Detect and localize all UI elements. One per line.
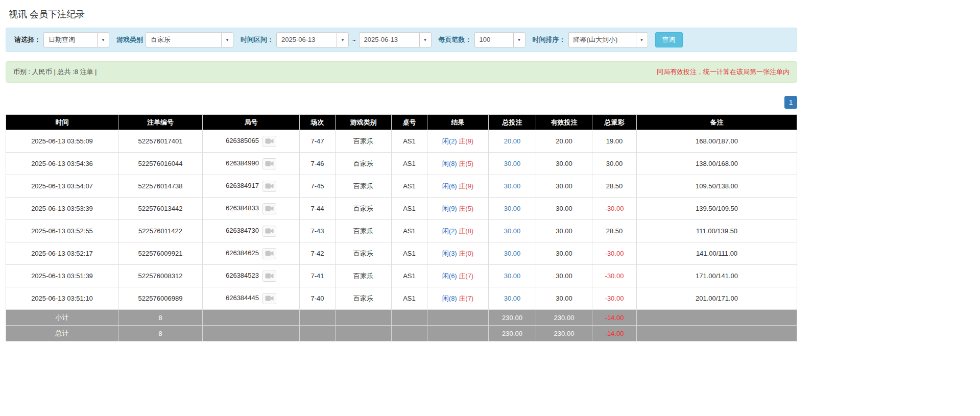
page-size-input[interactable] bbox=[474, 32, 513, 47]
subtotal-count: 8 bbox=[118, 310, 203, 326]
cell-time: 2025-06-13 03:52:17 bbox=[6, 242, 118, 265]
total-total-bet: 230.00 bbox=[489, 326, 536, 341]
game-type-value[interactable]: 百家乐 bbox=[146, 32, 221, 47]
subtotal-payout: -14.00 bbox=[592, 310, 637, 326]
cell-bet-id: 522576016044 bbox=[118, 153, 203, 175]
result-player: 闲(2) bbox=[442, 227, 457, 235]
date-to-input[interactable] bbox=[359, 32, 419, 47]
date-to-caret-button[interactable]: ▾ bbox=[419, 32, 432, 47]
cell-round-id: 626384917 bbox=[203, 175, 300, 198]
caret-down-icon: ▾ bbox=[640, 37, 643, 42]
time-sort-value[interactable]: 降幂(由大到小) bbox=[568, 32, 636, 47]
notice-text: 同局有效投注，统一计算在该局第一张注单内 bbox=[657, 67, 790, 77]
cell-session: 7-43 bbox=[300, 220, 336, 242]
cell-payout: 19.00 bbox=[592, 130, 637, 153]
subtotal-empty-cell bbox=[300, 310, 336, 326]
round-replay-button[interactable] bbox=[262, 293, 276, 304]
table-row: 2025-06-13 03:51:39522576008312626384523… bbox=[6, 265, 797, 287]
time-sort-caret-button[interactable]: ▾ bbox=[636, 32, 648, 47]
cell-table-no: AS1 bbox=[392, 265, 427, 287]
result-banker: 庄(5) bbox=[459, 160, 473, 167]
video-replay-icon bbox=[265, 228, 274, 234]
cell-note: 111.00/139.50 bbox=[637, 220, 797, 242]
cell-valid-bet: 30.00 bbox=[536, 287, 592, 310]
result-player: 闲(3) bbox=[442, 250, 457, 257]
cell-payout: -30.00 bbox=[592, 242, 637, 265]
cell-session: 7-46 bbox=[300, 153, 336, 175]
cell-game-type: 百家乐 bbox=[336, 175, 392, 198]
result-banker: 庄(5) bbox=[459, 205, 473, 212]
round-number: 626384990 bbox=[226, 159, 259, 167]
cell-payout: 28.50 bbox=[592, 220, 637, 242]
total-bet-link[interactable]: 20.00 bbox=[504, 137, 521, 145]
date-to-picker[interactable]: ▾ bbox=[359, 32, 432, 47]
cell-note: 168.00/187.00 bbox=[637, 130, 797, 153]
round-replay-button[interactable] bbox=[262, 226, 276, 237]
cell-result: 闲(8) 庄(7) bbox=[427, 287, 489, 310]
table-header-row: 时间注单编号局号场次游戏类别桌号结果总投注有效投注总派彩备注 bbox=[6, 115, 797, 130]
cell-round-id: 626384990 bbox=[203, 153, 300, 175]
total-bet-link[interactable]: 30.00 bbox=[504, 250, 521, 257]
date-from-picker[interactable]: ▾ bbox=[276, 32, 349, 47]
date-from-input[interactable] bbox=[276, 32, 337, 47]
round-replay-button[interactable] bbox=[262, 248, 276, 259]
cell-round-id: 626384730 bbox=[203, 220, 300, 242]
total-bet-link[interactable]: 30.00 bbox=[504, 227, 521, 235]
time-sort-dropdown[interactable]: 降幂(由大到小) ▾ bbox=[568, 32, 648, 47]
subtotal-empty-cell bbox=[203, 310, 300, 326]
cell-result: 闲(2) 庄(8) bbox=[427, 220, 489, 242]
cell-payout: -30.00 bbox=[592, 265, 637, 287]
pagination: 1 bbox=[6, 96, 797, 109]
column-header-3: 局号 bbox=[203, 115, 300, 130]
total-count: 8 bbox=[118, 326, 203, 341]
page-size-dropdown[interactable]: ▾ bbox=[474, 32, 525, 47]
cell-round-id: 626384833 bbox=[203, 198, 300, 220]
column-header-1: 时间 bbox=[6, 115, 118, 130]
caret-down-icon: ▾ bbox=[342, 37, 344, 42]
search-button[interactable]: 查询 bbox=[655, 32, 683, 47]
cell-total-bet: 30.00 bbox=[489, 198, 536, 220]
cell-time: 2025-06-13 03:51:39 bbox=[6, 265, 118, 287]
table-row: 2025-06-13 03:55:09522576017401626385065… bbox=[6, 130, 797, 153]
page-title: 视讯 会员下注纪录 bbox=[9, 8, 797, 20]
game-type-dropdown[interactable]: 百家乐 ▾ bbox=[146, 32, 233, 47]
cell-session: 7-42 bbox=[300, 242, 336, 265]
cell-note: 138.00/168.00 bbox=[637, 153, 797, 175]
round-number: 626384730 bbox=[226, 227, 259, 234]
total-bet-link[interactable]: 30.00 bbox=[504, 182, 521, 190]
round-replay-button[interactable] bbox=[262, 203, 276, 214]
total-bet-link[interactable]: 30.00 bbox=[504, 205, 521, 212]
video-replay-icon bbox=[265, 138, 274, 144]
game-type-caret-button[interactable]: ▾ bbox=[221, 32, 233, 47]
total-bet-link[interactable]: 30.00 bbox=[504, 160, 521, 167]
filter-bar: 请选择： 日期查询 ▾ 游戏类别 百家乐 ▾ 时间区间： ▾ ~ ▾ 每页笔数：… bbox=[6, 28, 797, 52]
cell-time: 2025-06-13 03:53:39 bbox=[6, 198, 118, 220]
cell-result: 闲(9) 庄(5) bbox=[427, 198, 489, 220]
cell-note: 139.50/109.50 bbox=[637, 198, 797, 220]
cell-result: 闲(6) 庄(7) bbox=[427, 265, 489, 287]
round-replay-button[interactable] bbox=[262, 181, 276, 192]
query-type-caret-button[interactable]: ▾ bbox=[97, 32, 109, 47]
total-bet-link[interactable]: 30.00 bbox=[504, 295, 521, 302]
table-row: 2025-06-13 03:54:07522576014738626384917… bbox=[6, 175, 797, 198]
cell-game-type: 百家乐 bbox=[336, 265, 392, 287]
page-size-caret-button[interactable]: ▾ bbox=[513, 32, 525, 47]
result-banker: 庄(7) bbox=[459, 272, 473, 280]
time-sort-label: 时间排序： bbox=[533, 35, 566, 44]
column-header-5: 游戏类别 bbox=[336, 115, 392, 130]
time-range-label: 时间区间： bbox=[241, 35, 274, 44]
round-replay-button[interactable] bbox=[262, 271, 276, 282]
date-from-caret-button[interactable]: ▾ bbox=[337, 32, 349, 47]
total-bet-link[interactable]: 30.00 bbox=[504, 272, 521, 280]
query-type-dropdown[interactable]: 日期查询 ▾ bbox=[43, 32, 109, 47]
video-replay-icon bbox=[265, 250, 274, 257]
subtotal-total-bet: 230.00 bbox=[489, 310, 536, 326]
query-type-value[interactable]: 日期查询 bbox=[43, 32, 97, 47]
result-banker: 庄(9) bbox=[459, 182, 473, 190]
cell-table-no: AS1 bbox=[392, 220, 427, 242]
pagination-page-1-button[interactable]: 1 bbox=[784, 96, 797, 109]
cell-game-type: 百家乐 bbox=[336, 153, 392, 175]
round-replay-button[interactable] bbox=[262, 158, 276, 169]
cell-payout: 28.50 bbox=[592, 175, 637, 198]
round-replay-button[interactable] bbox=[262, 136, 276, 147]
